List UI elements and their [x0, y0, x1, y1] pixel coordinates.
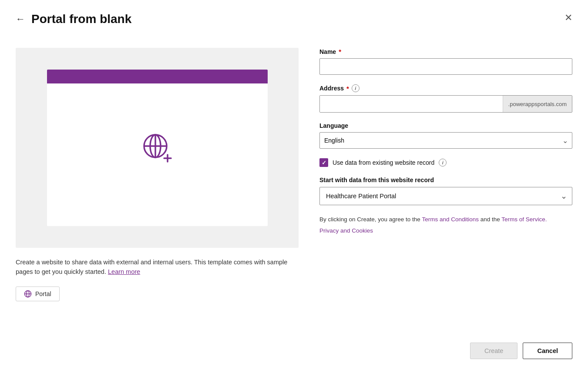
globe-plus-icon	[138, 129, 176, 167]
terms-service-link[interactable]: Terms of Service.	[501, 216, 547, 223]
left-panel: Create a website to share data with exte…	[16, 48, 299, 330]
badge-globe-icon	[24, 290, 32, 298]
description-text: Create a website to share data with exte…	[16, 257, 299, 277]
terms-conditions-link[interactable]: Terms and Conditions	[422, 216, 479, 223]
website-record-select[interactable]: Healthcare Patient Portal	[319, 187, 572, 205]
address-label: Address * i	[319, 84, 572, 92]
dialog: ← Portal from blank ✕	[0, 0, 588, 373]
existing-website-checkbox-row[interactable]: ✓ Use data from existing website record …	[319, 158, 572, 167]
language-select-wrapper: English French German Spanish ⌄	[319, 132, 572, 149]
name-label: Name *	[319, 48, 572, 55]
existing-website-checkbox[interactable]: ✓	[319, 158, 328, 167]
dialog-body: Create a website to share data with exte…	[0, 35, 588, 330]
preview-inner	[47, 70, 268, 226]
close-button[interactable]: ✕	[564, 12, 572, 23]
dialog-header: ← Portal from blank ✕	[0, 0, 588, 35]
privacy-cookies-link[interactable]: Privacy and Cookies	[319, 226, 572, 236]
address-input-wrapper: .powerappsportals.com	[319, 95, 572, 113]
name-required: *	[339, 48, 341, 55]
website-record-dropdown-wrapper: Healthcare Patient Portal ⌄	[319, 187, 572, 205]
consent-text: By clicking on Create, you agree to the …	[319, 215, 572, 235]
address-input[interactable]	[320, 96, 503, 112]
address-suffix: .powerappsportals.com	[503, 96, 572, 112]
dialog-title: Portal from blank	[31, 12, 131, 26]
website-record-label: Start with data from this website record	[319, 177, 572, 183]
address-field-group: Address * i .powerappsportals.com	[319, 84, 572, 113]
checkbox-check: ✓	[322, 160, 326, 166]
checkbox-info-icon[interactable]: i	[439, 159, 447, 167]
dialog-footer: Create Cancel	[0, 330, 588, 373]
learn-more-link[interactable]: Learn more	[108, 268, 140, 275]
website-record-section: Start with data from this website record…	[319, 177, 572, 205]
existing-website-checkbox-label: Use data from existing website record	[333, 159, 434, 166]
language-field-group: Language English French German Spanish ⌄	[319, 122, 572, 149]
address-info-icon[interactable]: i	[352, 84, 360, 92]
language-select[interactable]: English French German Spanish	[319, 132, 572, 149]
name-input[interactable]	[319, 58, 572, 75]
portal-badge[interactable]: Portal	[16, 286, 60, 301]
right-panel: Name * Address * i .powerappsportals.com	[319, 48, 572, 330]
name-field-group: Name *	[319, 48, 572, 75]
preview-box	[16, 48, 299, 248]
create-button[interactable]: Create	[470, 343, 518, 359]
cancel-button[interactable]: Cancel	[523, 343, 572, 359]
badge-label: Portal	[35, 290, 51, 297]
preview-header-bar	[47, 70, 268, 83]
back-button[interactable]: ←	[16, 13, 25, 25]
language-label: Language	[319, 122, 572, 129]
address-required: *	[346, 85, 349, 92]
